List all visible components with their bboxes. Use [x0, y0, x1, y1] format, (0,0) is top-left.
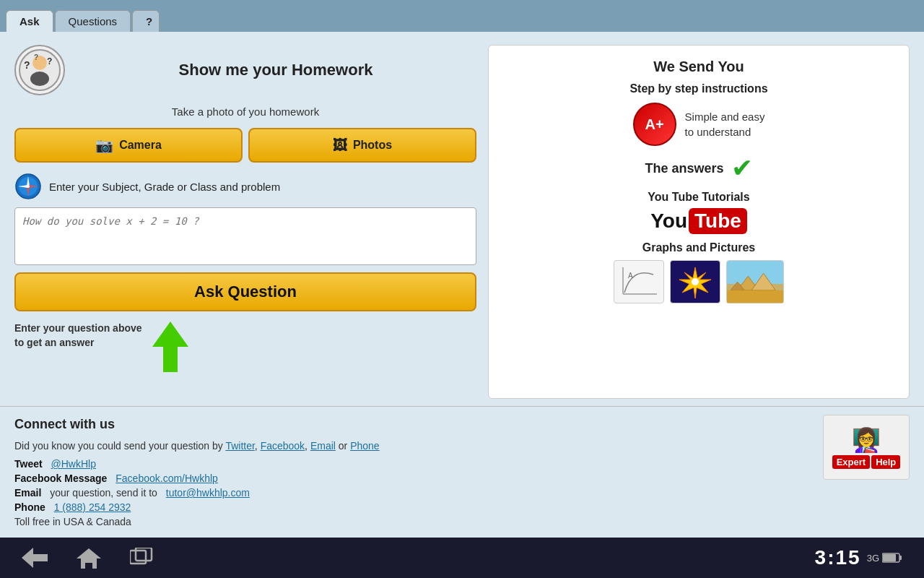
- email-suffix: your question, send it to: [50, 487, 157, 499]
- connect-intro-row: Did you know you could send your questio…: [14, 438, 910, 454]
- subject-label: Enter your Subject, Grade or Class and p…: [49, 181, 280, 193]
- fb-label: Facebook Message: [14, 473, 107, 484]
- arrow-section: Enter your question above to get an answ…: [14, 319, 476, 375]
- svg-marker-20: [751, 273, 775, 290]
- left-panel: ? ? ? Show me your Homework Take a photo…: [14, 45, 476, 399]
- tab-help[interactable]: ?: [132, 10, 160, 32]
- svg-rect-28: [899, 556, 902, 560]
- phone-note-row: Toll free in USA & Canada: [14, 516, 910, 527]
- aplus-row: A+ Simple and easy to understand: [503, 103, 894, 146]
- simple-text: Simple and easy to understand: [685, 109, 765, 139]
- ask-button-label: Ask Question: [194, 282, 297, 301]
- phone-link[interactable]: Phone: [350, 440, 379, 452]
- tweet-handle[interactable]: @HwkHlp: [51, 458, 96, 470]
- aplus-text: A+: [645, 116, 663, 133]
- graph-chart-thumb: A: [614, 260, 664, 303]
- upper-section: ? ? ? Show me your Homework Take a photo…: [0, 32, 924, 406]
- photos-icon: 🖼: [333, 137, 347, 154]
- camera-button[interactable]: 📷 Camera: [14, 128, 243, 163]
- svg-point-18: [692, 278, 699, 285]
- camera-icon: 📷: [95, 137, 113, 154]
- svg-text:?: ?: [47, 56, 52, 66]
- answers-label: The answers: [645, 161, 723, 176]
- photos-button[interactable]: 🖼 Photos: [248, 128, 476, 163]
- bottom-bar: 3:15 3G: [0, 538, 924, 578]
- tab-bar: Ask Questions ?: [0, 0, 924, 32]
- compass-icon: [14, 173, 42, 200]
- simple-line2: to understand: [685, 124, 765, 139]
- status-right: 3:15 3G: [815, 546, 902, 569]
- expert-person-icon: 👩‍🏫: [852, 426, 881, 454]
- recents-button[interactable]: [130, 548, 153, 568]
- camera-label: Camera: [119, 139, 162, 152]
- graph-compass-thumb: [670, 260, 720, 303]
- svg-rect-22: [727, 290, 783, 303]
- aplus-badge: A+: [633, 103, 676, 146]
- graph-pyramids-thumb: [726, 260, 784, 303]
- question-input[interactable]: [14, 207, 476, 265]
- youtube-you: You: [650, 210, 687, 233]
- twitter-link[interactable]: Twitter: [225, 440, 254, 452]
- svg-marker-23: [22, 548, 48, 568]
- svg-point-2: [30, 72, 49, 86]
- avatar: ? ? ?: [14, 45, 65, 95]
- tweet-label: Tweet: [14, 458, 43, 470]
- tab-ask[interactable]: Ask: [6, 10, 53, 32]
- svg-text:?: ?: [34, 53, 38, 61]
- tab-questions[interactable]: Questions: [55, 10, 131, 32]
- connect-title: Connect with us: [14, 417, 910, 432]
- phone-number[interactable]: 1 (888) 254 2932: [54, 501, 131, 513]
- email-link[interactable]: Email: [310, 440, 336, 452]
- answers-row: The answers ✔: [503, 153, 894, 184]
- up-arrow-icon: [152, 322, 188, 372]
- email-label: Email: [14, 487, 41, 499]
- connect-intro-text: Did you know you could send your questio…: [14, 440, 223, 452]
- facebook-link[interactable]: Facebook: [261, 440, 305, 452]
- graph-images: A: [614, 260, 784, 303]
- connect-section: Connect with us Did you know you could s…: [0, 406, 924, 538]
- signal-label: 3G: [867, 553, 879, 564]
- ask-question-button[interactable]: Ask Question: [14, 272, 476, 311]
- youtube-tube: Tube: [689, 208, 747, 234]
- svg-marker-24: [77, 548, 101, 569]
- checkmark-icon: ✔: [731, 153, 753, 184]
- svg-rect-26: [136, 548, 152, 561]
- svg-rect-25: [130, 551, 146, 564]
- clock: 3:15: [815, 546, 861, 569]
- header-row: ? ? ? Show me your Homework: [14, 45, 476, 95]
- photo-instruction: Take a photo of you homework: [14, 105, 476, 118]
- home-button[interactable]: [77, 547, 101, 569]
- page-title: Show me your Homework: [75, 61, 476, 79]
- phone-row: Phone 1 (888) 254 2932: [14, 501, 910, 513]
- email-address[interactable]: tutor@hwkhlp.com: [166, 487, 250, 499]
- svg-rect-29: [883, 554, 896, 561]
- right-panel: We Send You Step by step instructions A+…: [488, 45, 910, 399]
- arrow-hint-line2: to get an answer: [14, 336, 142, 350]
- or-text: or: [339, 440, 350, 452]
- photo-buttons-row: 📷 Camera 🖼 Photos: [14, 128, 476, 163]
- phone-label: Phone: [14, 501, 45, 513]
- expert-help-banner[interactable]: 👩‍🏫 Expert Help: [823, 415, 910, 480]
- arrow-hint-text: Enter your question above to get an answ…: [14, 322, 142, 350]
- svg-text:?: ?: [24, 59, 30, 71]
- expert-label2: Help: [871, 455, 900, 469]
- photos-label: Photos: [353, 139, 392, 152]
- nav-buttons: [22, 547, 153, 569]
- we-send-title: We Send You: [653, 59, 744, 75]
- phone-note: Toll free in USA & Canada: [14, 516, 131, 527]
- email-row: Email your question, send it to tutor@hw…: [14, 487, 910, 499]
- back-button[interactable]: [22, 548, 48, 568]
- graphs-section: Graphs and Pictures A: [503, 241, 894, 303]
- youtube-section: You Tube Tutorials YouTube: [503, 191, 894, 234]
- youtube-logo[interactable]: YouTube: [650, 208, 747, 234]
- youtube-label: You Tube Tutorials: [648, 191, 749, 204]
- tweet-row: Tweet @HwkHlp: [14, 458, 910, 470]
- svg-marker-13: [152, 322, 188, 372]
- fb-row: Facebook Message Facebook.com/Hwkhlp: [14, 473, 910, 484]
- battery-icon: [882, 552, 902, 564]
- simple-line1: Simple and easy: [685, 109, 765, 124]
- fb-link[interactable]: Facebook.com/Hwkhlp: [116, 473, 218, 484]
- step-by-step-title: Step by step instructions: [629, 82, 767, 95]
- signal-info: 3G: [867, 552, 902, 564]
- main-area: ? ? ? Show me your Homework Take a photo…: [0, 32, 924, 538]
